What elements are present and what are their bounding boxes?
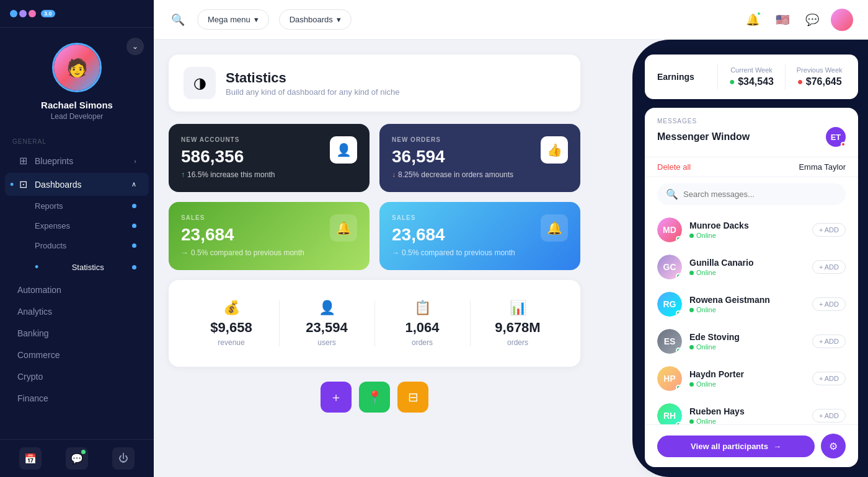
add-contact-button[interactable]: + ADD xyxy=(812,372,846,385)
earnings-divider xyxy=(717,64,718,89)
table-action-button[interactable]: ⊟ xyxy=(397,382,428,413)
messenger-active-avatar: ET xyxy=(826,127,846,147)
language-button[interactable]: 🇺🇸 xyxy=(771,9,794,31)
sidebar-item-label-blueprints: Blueprints xyxy=(35,156,73,166)
status-dot xyxy=(689,271,694,275)
sidebar-item-analytics[interactable]: Analytics xyxy=(5,301,149,322)
sidebar-item-banking[interactable]: Banking xyxy=(5,323,149,344)
sidebar-subitem-statistics[interactable]: Statistics xyxy=(5,256,149,279)
subitem-label-products: Products xyxy=(35,241,66,250)
gear-icon: ⚙ xyxy=(829,440,838,452)
metric-label-orders-m: orders xyxy=(475,338,560,347)
add-contact-button[interactable]: + ADD xyxy=(812,260,846,274)
messenger-footer: View all participants → ⚙ xyxy=(645,424,858,467)
sidebar-item-automation[interactable]: Automation xyxy=(5,279,149,300)
contact-status: Online xyxy=(689,232,805,239)
sidebar-toggle-button[interactable]: ⌄ xyxy=(126,38,144,55)
reports-indicator xyxy=(132,204,136,208)
page-subtitle: Build any kind of dashboard for any kind… xyxy=(226,87,399,97)
contact-item[interactable]: RH Rueben Hays Online + ADD xyxy=(645,397,858,424)
contact-item[interactable]: RG Rowena Geistmann Online + ADD xyxy=(645,286,858,323)
contact-info: Munroe Dacks Online xyxy=(689,221,805,239)
contact-status: Online xyxy=(689,306,805,313)
add-contact-button[interactable]: + ADD xyxy=(812,223,846,237)
search-button[interactable]: 🔍 xyxy=(169,11,187,29)
statistics-indicator xyxy=(132,265,136,269)
messenger-title-row: Messenger Window ET xyxy=(657,127,846,147)
contact-item[interactable]: HP Haydn Porter Online + ADD xyxy=(645,360,858,397)
online-status-dot xyxy=(676,348,681,353)
page-header-text: Statistics Build any kind of dashboard f… xyxy=(226,70,399,97)
metric-label-users: users xyxy=(284,338,370,347)
add-contact-button[interactable]: + ADD xyxy=(812,409,846,422)
dashboards-chevron-icon: ▾ xyxy=(337,15,341,24)
add-contact-button[interactable]: + ADD xyxy=(812,335,846,348)
dashboards-button[interactable]: Dashboards ▾ xyxy=(279,9,352,30)
view-all-participants-button[interactable]: View all participants → xyxy=(657,435,815,457)
stat-change-text-1: 8.25% decrease in orders amounts xyxy=(398,170,513,179)
avatar-image: 🧑 xyxy=(54,45,100,90)
online-status-dot xyxy=(676,273,681,279)
mega-menu-label: Mega menu xyxy=(208,15,250,24)
sales-green-icon: 🔔 xyxy=(336,221,352,235)
metrics-card: 💰 $9,658 revenue 👤 23,594 users 📋 1,064 … xyxy=(169,280,580,367)
user-name: Rachael Simons xyxy=(41,100,113,110)
add-contact-button[interactable]: + ADD xyxy=(812,297,846,311)
delete-all-button[interactable]: Delete all xyxy=(657,162,691,172)
blueprints-icon: ⊞ xyxy=(17,155,29,167)
stat-change-text-0: 16.5% increase this month xyxy=(187,170,275,179)
settings-fab-button[interactable]: ⚙ xyxy=(821,434,846,458)
contact-info: Rowena Geistmann Online xyxy=(689,295,805,313)
contact-item[interactable]: ES Ede Stoving Online + ADD xyxy=(645,323,858,360)
contact-name: Rowena Geistmann xyxy=(689,295,805,305)
sidebar-item-label-automation: Automation xyxy=(17,285,61,295)
sidebar: 3.0 ⌄ 🧑 Rachael Simons Lead Developer GE… xyxy=(0,0,154,477)
contact-avatar: GC xyxy=(657,255,682,279)
sidebar-item-crypto[interactable]: Crypto xyxy=(5,366,149,387)
contact-name: Gunilla Canario xyxy=(689,258,805,268)
chat-button[interactable]: 💬 xyxy=(66,447,88,470)
statistics-page-icon: ◑ xyxy=(193,74,206,92)
contact-name: Rueben Hays xyxy=(689,406,805,416)
previous-week-amount: $76,645 xyxy=(806,76,842,87)
contact-item[interactable]: GC Gunilla Canario Online + ADD xyxy=(645,248,858,286)
topbar-avatar[interactable] xyxy=(831,9,853,31)
online-status-dot xyxy=(676,236,681,242)
location-action-button[interactable]: 📍 xyxy=(359,382,390,413)
sidebar-subitem-expenses[interactable]: Expenses xyxy=(5,216,149,235)
messenger-actions: Delete all Emma Taylor xyxy=(645,157,858,177)
message-search-bar[interactable]: 🔍 xyxy=(657,183,846,205)
metric-value-orders: 1,064 xyxy=(379,320,465,336)
sidebar-item-finance[interactable]: Finance xyxy=(5,388,149,409)
mega-menu-button[interactable]: Mega menu ▾ xyxy=(197,9,269,30)
messages-button[interactable]: 💬 xyxy=(801,9,823,31)
orders-icon-box: 👍 xyxy=(541,136,568,164)
status-text: Online xyxy=(696,232,716,239)
sidebar-item-dashboards[interactable]: ⊡ Dashboards ∧ xyxy=(5,173,149,196)
status-dot xyxy=(689,308,694,312)
blueprints-chevron-icon: › xyxy=(134,157,136,165)
stats-grid: NEW ACCOUNTS 586,356 ↑ 16.5% increase th… xyxy=(169,124,580,270)
sidebar-subitem-products[interactable]: Products xyxy=(5,236,149,255)
right-panel: Earnings Current Week ● $34,543 Previous… xyxy=(595,40,868,477)
main: 🔍 Mega menu ▾ Dashboards ▾ 🔔 🇺🇸 💬 xyxy=(154,0,868,477)
search-icon: 🔍 xyxy=(171,14,185,26)
sidebar-subitem-reports[interactable]: Reports xyxy=(5,196,149,216)
notifications-button[interactable]: 🔔 xyxy=(742,9,764,31)
metric-orders-m: 📊 9,678M orders xyxy=(470,295,565,352)
dashboards-icon: ⊡ xyxy=(17,178,29,190)
stat-change-new-accounts: ↑ 16.5% increase this month xyxy=(181,170,357,179)
message-search-input[interactable] xyxy=(683,190,837,199)
sidebar-item-commerce[interactable]: Commerce xyxy=(5,344,149,365)
arrow-right-icon: → xyxy=(773,442,781,451)
current-week-title: Current Week xyxy=(725,66,778,74)
add-action-button[interactable]: ＋ xyxy=(321,382,352,413)
stat-change-text-3: 0.5% compared to previous month xyxy=(402,248,515,257)
sales-blue-icon-box: 🔔 xyxy=(541,214,568,242)
power-button[interactable]: ⏻ xyxy=(112,447,135,470)
contact-name: Haydn Porter xyxy=(689,369,805,379)
calendar-button[interactable]: 📅 xyxy=(19,447,42,470)
contact-item[interactable]: MD Munroe Dacks Online + ADD xyxy=(645,211,858,248)
sidebar-item-blueprints[interactable]: ⊞ Blueprints › xyxy=(5,149,149,172)
active-user-initials: ET xyxy=(831,133,841,142)
